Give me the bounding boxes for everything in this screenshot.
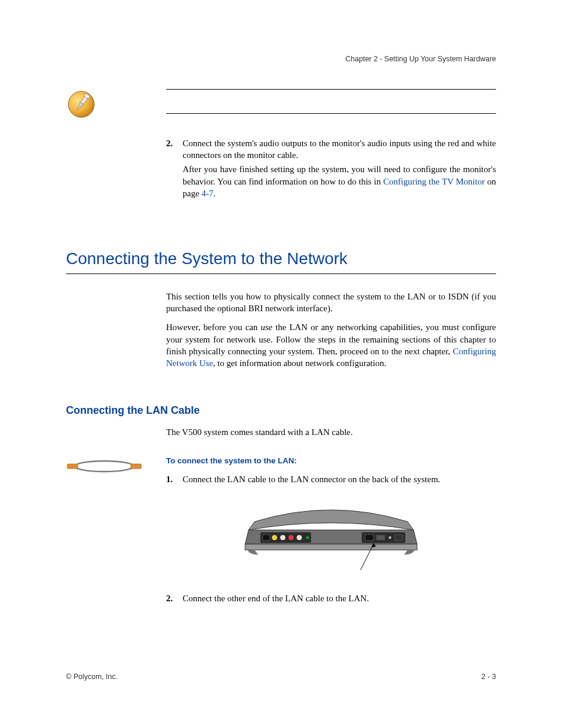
network-para-1: This section tells you how to physically…: [166, 291, 496, 315]
svg-point-11: [280, 535, 286, 541]
lan-cable-icon: [66, 456, 156, 477]
svg-rect-9: [263, 535, 270, 541]
italic: use: [261, 322, 273, 332]
step-2-row: 2. Connect the system's audio outputs to…: [66, 137, 496, 206]
run: , to get information about network confi…: [213, 358, 386, 368]
svg-point-10: [272, 535, 277, 541]
note-block: [66, 89, 496, 120]
svg-point-13: [296, 535, 302, 541]
network-body: This section tells you how to physically…: [66, 291, 496, 377]
lan-intro: The V500 system comes standard with a LA…: [66, 426, 496, 438]
heading-connecting-lan-cable: Connecting the LAN Cable: [66, 403, 496, 417]
link-configuring-tv-monitor[interactable]: Configuring the TV Monitor: [383, 177, 484, 186]
lan-procedure: To connect the system to the LAN: 1. Con…: [66, 456, 496, 607]
heading-connecting-network: Connecting the System to the Network: [66, 248, 496, 274]
svg-rect-7: [245, 544, 417, 550]
footer-copyright: © Polycom, Inc.: [66, 672, 118, 682]
step-2-text-a: Connect the system's audio outputs to th…: [183, 137, 496, 162]
lan-para-1: The V500 system comes standard with a LA…: [166, 426, 496, 438]
svg-point-14: [306, 536, 309, 539]
page-footer: © Polycom, Inc. 2 - 3: [66, 672, 496, 682]
svg-point-12: [288, 535, 294, 541]
svg-rect-6: [131, 464, 141, 469]
step-2-text-b: After you have finished setting up the s…: [183, 163, 496, 199]
list-number: 1.: [166, 473, 183, 485]
network-para-2: However, before you can use the LAN or a…: [166, 321, 496, 369]
footer-page-number: 2 - 3: [481, 672, 496, 682]
device-figure: [166, 498, 496, 575]
procedure-heading: To connect the system to the LAN:: [166, 456, 496, 466]
note-rule-bottom: [166, 113, 496, 114]
page: Chapter 2 - Setting Up Your System Hardw…: [0, 0, 562, 728]
svg-rect-5: [67, 464, 78, 469]
svg-rect-17: [376, 535, 385, 541]
run: However, before you can: [166, 322, 261, 332]
run: .: [213, 189, 216, 198]
link-page-4-7[interactable]: 4-7: [201, 189, 213, 198]
lan-step-1: Connect the LAN cable to the LAN connect…: [183, 473, 496, 485]
pushpin-icon: [66, 89, 156, 120]
lan-step-2: Connect the other end of the LAN cable t…: [183, 592, 496, 604]
note-rule-top: [166, 89, 496, 113]
svg-rect-16: [365, 535, 373, 541]
svg-rect-19: [395, 535, 403, 541]
svg-point-18: [388, 536, 392, 539]
svg-point-4: [75, 461, 134, 472]
chapter-header: Chapter 2 - Setting Up Your System Hardw…: [66, 54, 496, 64]
list-number: 2.: [166, 592, 183, 604]
list-number: 2.: [166, 137, 183, 149]
